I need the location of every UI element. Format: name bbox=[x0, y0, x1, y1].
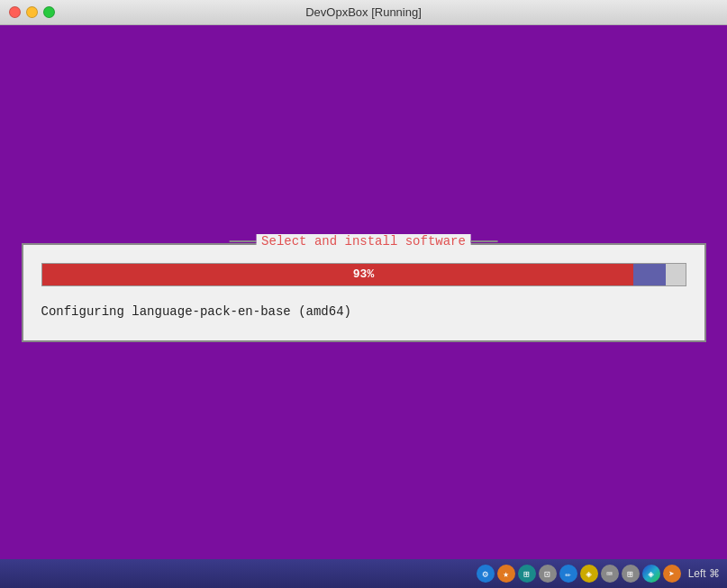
dialog-title: Select and install software bbox=[256, 234, 471, 249]
main-content: Select and install software 93% Configur… bbox=[0, 25, 727, 559]
title-line-left bbox=[229, 240, 256, 242]
taskbar-left-text: Left ⌘ bbox=[688, 567, 720, 580]
taskbar-icon-4[interactable]: ⊡ bbox=[539, 565, 557, 583]
install-dialog: Select and install software 93% Configur… bbox=[22, 243, 706, 342]
taskbar-icon-10[interactable]: ➤ bbox=[663, 565, 681, 583]
window-controls bbox=[9, 6, 55, 18]
status-text: Configuring language-pack-en-base (amd64… bbox=[41, 301, 686, 322]
window-title: DevOpxBox [Running] bbox=[305, 5, 422, 19]
maximize-button[interactable] bbox=[43, 6, 55, 18]
taskbar-icon-7[interactable]: ⌨ bbox=[601, 565, 619, 583]
close-button[interactable] bbox=[9, 6, 21, 18]
taskbar-icon-2[interactable]: ★ bbox=[497, 565, 515, 583]
taskbar-icon-9[interactable]: ◈ bbox=[642, 565, 660, 583]
minimize-button[interactable] bbox=[26, 6, 38, 18]
progress-bar-container: 93% bbox=[41, 263, 686, 286]
taskbar-icon-5[interactable]: ✏ bbox=[559, 565, 577, 583]
title-line-right bbox=[471, 240, 498, 242]
taskbar-icon-3[interactable]: ⊞ bbox=[518, 565, 536, 583]
taskbar-icon-8[interactable]: ⊞ bbox=[622, 565, 640, 583]
progress-label: 93% bbox=[42, 267, 686, 281]
taskbar: ⚙ ★ ⊞ ⊡ ✏ ◈ ⌨ ⊞ ◈ ➤ Left ⌘ bbox=[0, 559, 727, 588]
taskbar-icon-1[interactable]: ⚙ bbox=[477, 565, 495, 583]
titlebar: DevOpxBox [Running] bbox=[0, 0, 727, 25]
taskbar-icon-6[interactable]: ◈ bbox=[580, 565, 598, 583]
taskbar-icons: ⚙ ★ ⊞ ⊡ ✏ ◈ ⌨ ⊞ ◈ ➤ bbox=[477, 565, 681, 583]
dialog-titlebar: Select and install software bbox=[229, 234, 498, 249]
